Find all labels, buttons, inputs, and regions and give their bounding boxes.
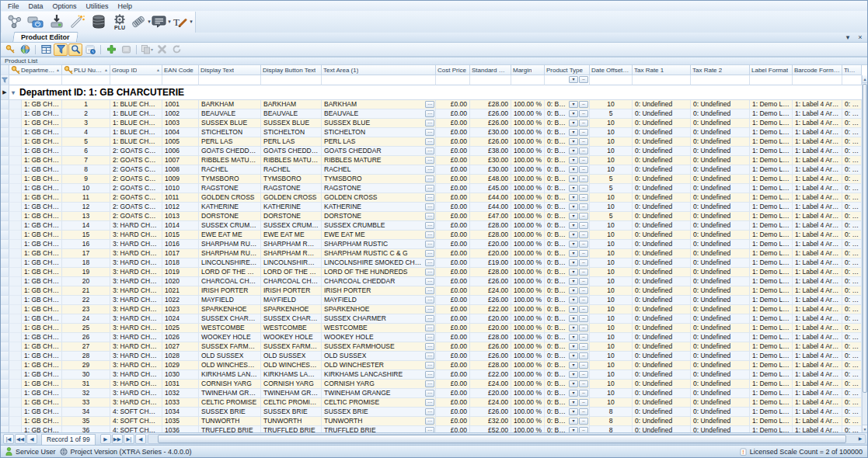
cell-cost_price[interactable]: £0.00 <box>436 249 470 258</box>
cell-product_type[interactable]: 0: By ...▾– <box>545 203 590 212</box>
text-area-ellipsis-button[interactable]: ⋯ <box>425 352 434 359</box>
cell-barcode_format[interactable]: 1: Label 4 Art, 5 Pr... <box>793 231 842 240</box>
cell-label_format[interactable]: 1: Demo Label <box>750 426 793 432</box>
cell-display_text[interactable]: DORSTONE <box>261 212 322 221</box>
cell-standard_price[interactable]: £30.00 <box>470 156 511 165</box>
menu-utilities[interactable]: Utilities <box>82 2 113 11</box>
cell-barcode_format[interactable]: 1: Label 4 Art, 5 Pr... <box>793 286 842 296</box>
cell-department[interactable]: 1: GB CHARCUTE... <box>22 361 62 370</box>
cell-tax_rate_1[interactable]: 0: Undefined <box>633 333 691 342</box>
cell-tax_rate_2[interactable]: 0: Undefined <box>691 370 750 380</box>
cell-display_text[interactable]: WESTCOMBE <box>199 324 261 333</box>
cell-product_type[interactable]: 0: By ...▾– <box>545 175 590 184</box>
cell-label_format[interactable]: 1: Demo Label <box>750 286 793 296</box>
cell-display_text[interactable]: DORSTONE⋯ <box>322 212 436 221</box>
cell-display_text[interactable]: STICHELTON⋯ <box>322 128 436 137</box>
cell-display_text[interactable]: TYMSBORO <box>261 175 322 184</box>
cell-display_text[interactable]: SUSSEX BRIE <box>261 408 322 417</box>
cell-time_period[interactable]: 0: U... <box>842 342 862 352</box>
cell-cost_price[interactable]: £0.00 <box>436 268 470 277</box>
row-indicator[interactable] <box>1 203 9 212</box>
cell-ean_code[interactable]: 1017 <box>162 249 199 258</box>
filter-cell-14[interactable] <box>750 75 793 85</box>
cell-tax_rate_2[interactable]: 0: Undefined <box>691 165 750 175</box>
search-button[interactable] <box>68 43 82 56</box>
cell-ean_code[interactable]: 1013 <box>162 212 199 221</box>
text-area-ellipsis-button[interactable]: ⋯ <box>425 324 434 331</box>
cell-display_text[interactable]: PERL LAS <box>261 137 322 147</box>
cell-tax_rate_1[interactable]: 0: Undefined <box>633 258 691 268</box>
product-type-dropdown-button[interactable]: ▾ <box>569 185 578 192</box>
menu-data[interactable]: Data <box>24 2 48 11</box>
cell-cost_price[interactable]: £0.00 <box>436 119 470 128</box>
cell-display_text[interactable]: KIRKHAMS LANCASHIRE <box>199 370 261 380</box>
cell-display_text[interactable]: OLD WINCHESTER <box>199 361 261 370</box>
cell-label_format[interactable]: 1: Demo Label <box>750 231 793 240</box>
cell-standard_price[interactable]: £26.00 <box>470 352 511 361</box>
cell-display_text[interactable]: CELTIC PROMISE <box>261 398 322 408</box>
cell-label_format[interactable]: 1: Demo Label <box>750 408 793 417</box>
filter-cell-8[interactable] <box>470 75 511 85</box>
cell-display_text[interactable]: TRUFFLED BRIE <box>261 426 322 432</box>
cell-cost_price[interactable]: £0.00 <box>436 296 470 305</box>
cell-display_text[interactable]: LORD OF THE HUNDREDS <box>199 268 261 277</box>
product-type-clear-button[interactable]: – <box>579 380 588 387</box>
product-type-dropdown-button[interactable]: ▾ <box>569 352 578 359</box>
next-record-button[interactable]: ▶ <box>100 434 111 444</box>
cell-date_offset[interactable]: 10 <box>590 119 633 128</box>
cell-label_format[interactable]: 1: Demo Label <box>750 175 793 184</box>
dropdown-caret-icon[interactable]: ▾ <box>190 19 193 25</box>
cell-group_id[interactable]: 3: HARD CHEESE <box>110 221 162 231</box>
cell-standard_price[interactable]: £28.00 <box>470 100 511 109</box>
filter-cell-2[interactable] <box>110 75 162 85</box>
cell-standard_price[interactable]: £44.00 <box>470 193 511 203</box>
cell-standard_price[interactable]: £20.00 <box>470 324 511 333</box>
cell-barcode_format[interactable]: 1: Label 4 Art, 5 Pr... <box>793 175 842 184</box>
cell-margin[interactable]: 100.00 % <box>511 203 545 212</box>
cell-plu_number[interactable]: 35 <box>62 417 110 426</box>
cell-plu_number[interactable]: 4 <box>62 128 110 137</box>
cell-label_format[interactable]: 1: Demo Label <box>750 128 793 137</box>
cell-barcode_format[interactable]: 1: Label 4 Art, 5 Pr... <box>793 417 842 426</box>
cell-margin[interactable]: 100.00 % <box>511 128 545 137</box>
cell-tax_rate_2[interactable]: 0: Undefined <box>691 398 750 408</box>
text-area-ellipsis-button[interactable]: ⋯ <box>425 315 434 322</box>
cell-margin[interactable]: 100.00 % <box>511 342 545 352</box>
cell-margin[interactable]: 100.00 % <box>511 212 545 221</box>
cell-standard_price[interactable]: £32.00 <box>470 417 511 426</box>
cell-standard_price[interactable]: £30.00 <box>470 128 511 137</box>
cell-ean_code[interactable]: 1002 <box>162 109 199 119</box>
column-header-display-button-text[interactable]: Display Button Text <box>261 65 322 75</box>
cell-margin[interactable]: 100.00 % <box>511 156 545 165</box>
cell-margin[interactable]: 100.00 % <box>511 417 545 426</box>
cell-time_period[interactable]: 0: U... <box>842 361 862 370</box>
menu-options[interactable]: Options <box>48 2 82 11</box>
product-type-clear-button[interactable]: – <box>579 352 588 359</box>
cell-group_id[interactable]: 2: GOATS CHEESE <box>110 193 162 203</box>
cell-date_offset[interactable]: 10 <box>590 333 633 342</box>
cell-label_format[interactable]: 1: Demo Label <box>750 184 793 193</box>
cell-tax_rate_2[interactable]: 0: Undefined <box>691 128 750 137</box>
cell-standard_price[interactable]: £26.00 <box>470 408 511 417</box>
cell-standard_price[interactable]: £20.00 <box>470 240 511 249</box>
cell-product_type[interactable]: 0: By ...▾– <box>545 277 590 286</box>
cell-plu_number[interactable]: 13 <box>62 212 110 221</box>
text-area-ellipsis-button[interactable]: ⋯ <box>425 194 434 201</box>
cell-display_text[interactable]: MAYFIELD⋯ <box>322 296 436 305</box>
row-indicator[interactable] <box>1 240 9 249</box>
text-area-ellipsis-button[interactable]: ⋯ <box>425 259 434 266</box>
previous-record-button[interactable]: ◀ <box>26 434 37 444</box>
cell-ean_code[interactable]: 1024 <box>162 314 199 324</box>
cell-margin[interactable]: 100.00 % <box>511 277 545 286</box>
cell-plu_number[interactable]: 11 <box>62 193 110 203</box>
cell-plu_number[interactable]: 5 <box>62 137 110 147</box>
cell-group_id[interactable]: 3: HARD CHEESE <box>110 249 162 258</box>
row-indicator[interactable] <box>1 147 9 156</box>
cell-time_period[interactable]: 0: U... <box>842 352 862 361</box>
cell-margin[interactable]: 100.00 % <box>511 408 545 417</box>
cell-department[interactable]: 1: GB CHARCUTE... <box>22 398 62 408</box>
cell-display_text[interactable]: PERL LAS <box>199 137 261 147</box>
row-indicator[interactable] <box>1 370 9 380</box>
cell-tax_rate_2[interactable]: 0: Undefined <box>691 240 750 249</box>
cell-plu_number[interactable]: 9 <box>62 175 110 184</box>
